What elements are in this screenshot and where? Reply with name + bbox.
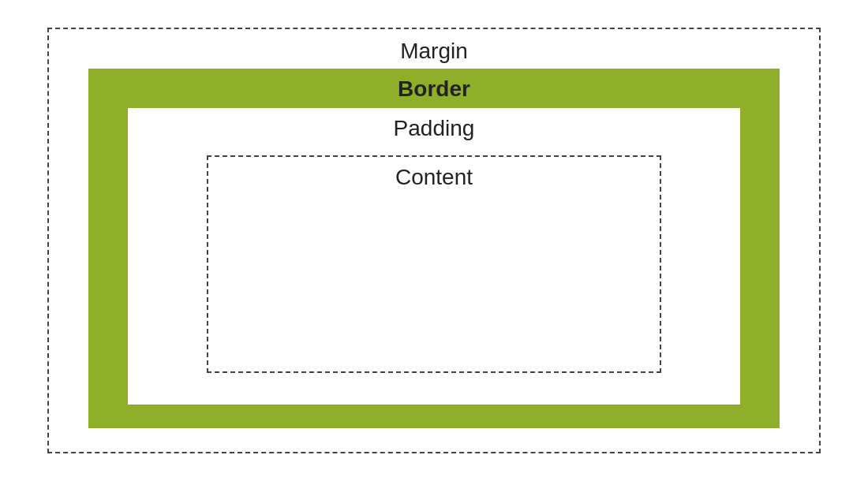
padding-label: Padding [394,116,475,141]
margin-label: Margin [400,39,468,64]
content-label: Content [395,165,473,190]
border-label: Border [398,76,470,102]
margin-box: Margin Border Padding Content [47,28,821,453]
border-box: Border Padding Content [88,69,780,428]
content-box: Content [207,155,661,373]
padding-box: Padding Content [128,108,740,405]
